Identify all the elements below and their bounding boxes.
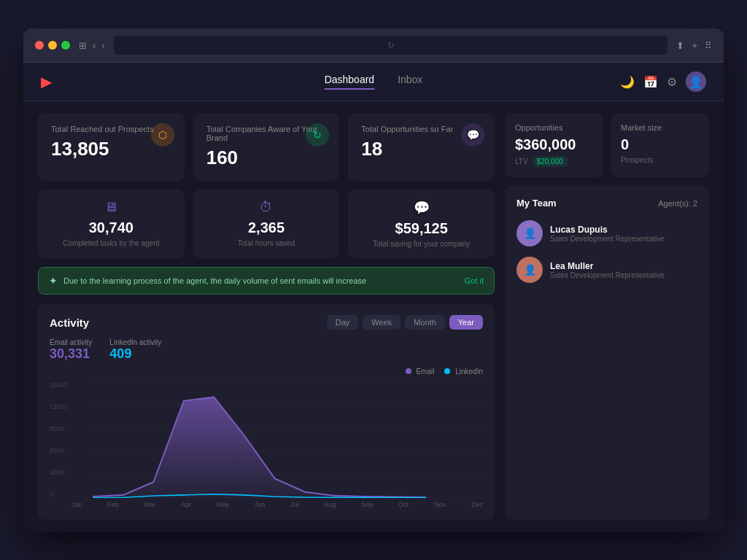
settings-icon[interactable]: ⚙ — [667, 75, 677, 89]
lucas-role: Sales Development Representative — [550, 235, 665, 243]
prospects-card: Total Reached out Prospects 13,805 ⬡ — [38, 113, 185, 181]
browser-window: ⊞ ‹ › ↻ ⬆ + ⠿ ▶ Dashboard Inbox 🌙 📅 ⚙ — [23, 28, 724, 532]
app-logo: ▶ — [41, 73, 52, 90]
hours-card: ⏱ 2,365 Total hours saved — [193, 190, 340, 258]
market-sub: Prospects — [621, 156, 699, 164]
user-avatar[interactable]: 👤 — [686, 71, 706, 92]
right-stats-row: Opportunities $360,000 LTV $20,000 Marke… — [505, 113, 709, 177]
activity-card: Activity Day Week Month Year Email activ… — [38, 303, 495, 520]
opportunities-right-card: Opportunities $360,000 LTV $20,000 — [505, 113, 603, 177]
got-it-button[interactable]: Got it — [465, 276, 484, 285]
chart-month-labels: Jan Feb Mar Apr May Jun Jul Aug Sep Oct … — [50, 501, 483, 508]
activity-chart: 15000 12000 9000 6000 3000 0 — [50, 381, 483, 498]
companies-value: 160 — [206, 147, 327, 169]
browser-action-icons: ⬆ + ⠿ — [676, 40, 712, 51]
lea-avatar: 👤 — [516, 257, 543, 283]
email-metric-label: Email activity — [50, 338, 92, 346]
email-legend: Email — [406, 368, 435, 376]
team-header: My Team Agent(s): 2 — [516, 198, 697, 209]
moon-icon[interactable]: 🌙 — [620, 75, 635, 89]
team-title: My Team — [516, 198, 557, 209]
ltv-label: LTV — [515, 158, 528, 166]
filter-month[interactable]: Month — [405, 315, 445, 330]
linkedin-legend-dot — [444, 368, 450, 374]
time-filters: Day Week Month Year — [327, 315, 483, 330]
alert-icon: ✦ — [49, 275, 58, 287]
nav-tabs: Dashboard Inbox — [325, 74, 423, 90]
chart-legend: Email LinkedIn — [50, 368, 483, 376]
market-card: Market size 0 Prospects — [611, 113, 709, 177]
lucas-avatar: 👤 — [516, 220, 543, 246]
app: ▶ Dashboard Inbox 🌙 📅 ⚙ 👤 Tot — [23, 63, 724, 532]
back-icon[interactable]: ‹ — [93, 40, 96, 51]
team-member-lea: 👤 Lea Muller Sales Development Represent… — [516, 257, 697, 283]
tasks-icon: 🖥 — [51, 200, 171, 215]
lea-info: Lea Muller Sales Development Representat… — [550, 261, 665, 279]
opportunities-card: Total Opportunities so Far 18 💬 — [348, 113, 495, 181]
browser-chrome: ⊞ ‹ › ↻ ⬆ + ⠿ — [23, 28, 724, 63]
address-bar[interactable]: ↻ — [114, 36, 668, 55]
lea-name: Lea Muller — [550, 261, 665, 271]
email-legend-dot — [406, 368, 411, 374]
activity-metrics: Email activity 30,331 LinkedIn activity … — [50, 338, 483, 362]
filter-year[interactable]: Year — [449, 315, 483, 330]
companies-card: Total Companies Aware of Your Brand 160 … — [193, 113, 340, 181]
app-header: ▶ Dashboard Inbox 🌙 📅 ⚙ 👤 — [23, 63, 724, 101]
alert-text: Due to the learning process of the agent… — [63, 276, 459, 285]
forward-icon[interactable]: › — [101, 40, 104, 51]
savings-card: 💬 $59,125 Total saving for your company — [348, 190, 495, 258]
activity-title: Activity — [50, 316, 89, 329]
email-metric: Email activity 30,331 — [50, 338, 92, 362]
ltv-badge: $20,000 — [533, 156, 568, 167]
hours-value: 2,365 — [206, 219, 327, 236]
companies-icon: ↻ — [306, 123, 329, 147]
savings-label: Total saving for your company — [361, 240, 481, 248]
calendar-icon[interactable]: 📅 — [643, 75, 658, 89]
filter-day[interactable]: Day — [327, 315, 359, 330]
lea-role: Sales Development Representative — [550, 271, 665, 279]
team-member-lucas: 👤 Lucas Dupuis Sales Development Represe… — [516, 220, 697, 246]
traffic-light-yellow[interactable] — [48, 41, 57, 50]
middle-stats-row: 🖥 30,740 Completed tasks by the agent ⏱ … — [38, 190, 495, 258]
prospects-icon: ⬡ — [151, 123, 174, 147]
header-actions: 🌙 📅 ⚙ 👤 — [620, 71, 706, 92]
share-icon[interactable]: ⬆ — [676, 40, 684, 51]
linkedin-metric-label: LinkedIn activity — [109, 338, 161, 346]
tasks-label: Completed tasks by the agent — [51, 239, 171, 247]
opportunities-right-value: $360,000 — [515, 136, 593, 153]
traffic-light-red[interactable] — [35, 41, 44, 50]
linkedin-metric: LinkedIn activity 409 — [109, 338, 161, 362]
hours-icon: ⏱ — [206, 200, 327, 215]
team-card: My Team Agent(s): 2 👤 Lucas Dupuis Sales… — [505, 186, 709, 520]
agents-count: Agent(s): 2 — [658, 199, 697, 208]
market-label: Market size — [621, 123, 699, 132]
traffic-light-green[interactable] — [61, 41, 70, 50]
chart-svg — [50, 381, 483, 498]
tasks-value: 30,740 — [51, 219, 171, 236]
tab-dashboard[interactable]: Dashboard — [325, 74, 375, 90]
linkedin-metric-value: 409 — [109, 346, 161, 362]
lucas-info: Lucas Dupuis Sales Development Represent… — [550, 225, 665, 243]
market-value: 0 — [621, 136, 699, 153]
left-panel: Total Reached out Prospects 13,805 ⬡ Tot… — [38, 113, 495, 520]
alert-banner: ✦ Due to the learning process of the age… — [38, 267, 495, 295]
traffic-lights — [35, 41, 70, 50]
opportunities-right-label: Opportunities — [515, 123, 593, 132]
main-content: Total Reached out Prospects 13,805 ⬡ Tot… — [23, 101, 724, 532]
email-area — [93, 397, 426, 498]
linkedin-legend: LinkedIn — [444, 368, 483, 376]
email-metric-value: 30,331 — [50, 346, 92, 362]
lucas-name: Lucas Dupuis — [550, 225, 665, 235]
activity-header: Activity Day Week Month Year — [50, 315, 483, 330]
grid-icon[interactable]: ⠿ — [705, 40, 712, 51]
right-panel: Opportunities $360,000 LTV $20,000 Marke… — [505, 113, 709, 520]
tab-icon[interactable]: ⊞ — [79, 40, 87, 51]
browser-nav-icons: ⊞ ‹ › — [79, 40, 105, 51]
filter-week[interactable]: Week — [363, 315, 400, 330]
tab-inbox[interactable]: Inbox — [398, 74, 422, 90]
savings-icon: 💬 — [361, 200, 481, 216]
top-stats-row: Total Reached out Prospects 13,805 ⬡ Tot… — [38, 113, 495, 181]
hours-label: Total hours saved — [206, 239, 327, 247]
savings-value: $59,125 — [361, 220, 481, 237]
add-tab-icon[interactable]: + — [692, 40, 697, 51]
